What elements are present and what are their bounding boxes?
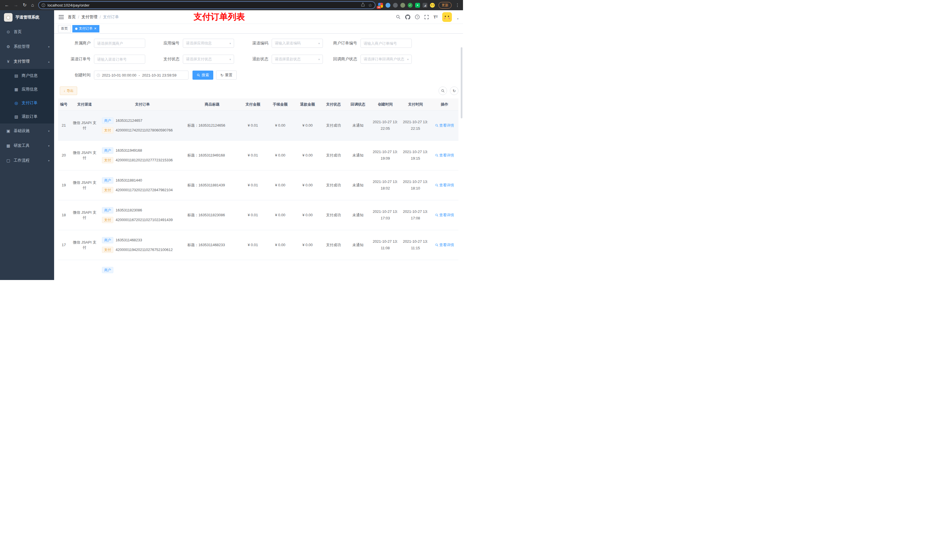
app-logo[interactable]: 芋道管理系统 (0, 10, 54, 24)
view-detail-link[interactable]: 查看详情 (435, 153, 454, 158)
pay-time-cell: 2021-10-27 13:11:15 (400, 230, 431, 260)
extension-gray-icon[interactable] (393, 3, 398, 8)
hamburger-icon[interactable] (59, 15, 64, 19)
extension-green-square-icon[interactable]: ● (415, 3, 420, 8)
table-header-row: 编号支付渠道支付订单商品标题支付金额手续金额退款金额支付状态回调状态创建时间支付… (58, 98, 458, 110)
app-header: 首页 / 支付管理 / 支付订单 支付订单列表 ? (54, 10, 463, 24)
view-detail-link[interactable]: 查看详情 (435, 183, 454, 188)
chevron-down-icon[interactable]: ▾ (457, 17, 458, 22)
scrollbar[interactable] (461, 47, 462, 118)
bookmark-star-icon[interactable]: ☆ (368, 3, 372, 8)
search-button[interactable]: 搜索 (192, 71, 213, 80)
share-icon[interactable] (361, 3, 365, 8)
sidebar-item-devtools[interactable]: ▩ 研发工具 ▾ (0, 138, 54, 153)
toggle-search-button[interactable] (439, 86, 447, 95)
filter-field-merchant: 所属商户 (58, 39, 147, 48)
user-avatar[interactable] (442, 12, 452, 22)
fullscreen-icon[interactable] (424, 15, 429, 20)
chevron-up-icon: ▴ (48, 60, 50, 63)
browser-profile-avatar[interactable] (430, 3, 435, 8)
export-button[interactable]: ↓ 导出 (60, 86, 77, 95)
column-header: 退款金额 (294, 98, 321, 110)
table-row: 17 微信 JSAPI 支付 商户 1635311468233 支付 (58, 230, 458, 260)
sidebar-item-merchant-info[interactable]: ▤ 商户信息 (0, 69, 54, 83)
chevron-down-icon: ▾ (48, 159, 50, 162)
browser-menu-icon[interactable]: ⋮ (455, 3, 460, 8)
create-time-range-picker[interactable]: 2021-10-01 00:00:00 - 2021-10-31 23:59:5… (94, 71, 189, 80)
channel-order-no-input[interactable] (94, 54, 145, 64)
address-bar[interactable]: localhost:1024/pay/order ☆ (38, 2, 375, 9)
pinned-extension-icon[interactable]: ◢ (422, 3, 427, 8)
merchant-input[interactable] (94, 39, 145, 48)
font-size-icon[interactable]: TT (433, 15, 438, 20)
breadcrumb-payment[interactable]: 支付管理 (82, 15, 97, 20)
sidebar-item-app-info[interactable]: ▦ 应用信息 (0, 83, 54, 96)
github-icon[interactable] (405, 15, 410, 20)
breadcrumb-home[interactable]: 首页 (68, 15, 76, 20)
refresh-table-button[interactable]: ↻ (450, 86, 458, 95)
browser-forward-button[interactable]: → (14, 3, 18, 8)
sidebar-item-home[interactable]: ⊙ 首页 (0, 24, 54, 39)
table-row: 21 微信 JSAPI 支付 商户 1635312124657 支付 (58, 110, 458, 140)
table-row: 19 微信 JSAPI 支付 商户 1635311881440 支付 (58, 170, 458, 200)
order-id-cell: 20 (58, 140, 70, 170)
site-info-icon[interactable] (42, 3, 45, 7)
search-icon[interactable] (396, 15, 401, 20)
close-icon[interactable]: ✕ (94, 27, 97, 30)
column-header: 支付渠道 (70, 98, 100, 110)
pay-status-cell: 支付成功 (321, 110, 346, 140)
merchant-order-no: 1635311823086 (116, 208, 142, 212)
sidebar-item-pay-order[interactable]: ◎ 支付订单 (0, 96, 54, 110)
notify-status-select[interactable]: 请选择订单回调商户状态 ▾ (360, 54, 412, 64)
product-title-cell: 标题：1635311881439 (185, 170, 239, 200)
view-detail-link[interactable]: 查看详情 (435, 123, 454, 128)
chevron-down-icon: ▾ (48, 45, 50, 48)
orders-table: 编号支付渠道支付订单商品标题支付金额手续金额退款金额支付状态回调状态创建时间支付… (58, 98, 458, 280)
product-title-cell: 标题：1635311468233 (185, 230, 239, 260)
extension-drop-icon[interactable] (386, 3, 390, 8)
merchant-order-no-input[interactable] (360, 39, 412, 48)
merchant-order-no: 1635312124657 (116, 118, 142, 123)
sidebar-item-system[interactable]: ⚙ 系统管理 ▾ (0, 39, 54, 54)
search-icon (197, 73, 200, 77)
pay-tag: 支付 (102, 247, 113, 253)
reset-button[interactable]: ↻ 重置 (216, 71, 237, 80)
extension-check-icon[interactable]: ✓ (408, 3, 413, 8)
svg-text:?: ? (416, 16, 418, 18)
tab-home[interactable]: 首页 (58, 25, 71, 32)
pay-status-select[interactable]: 请选择支付状态 ▾ (183, 54, 234, 64)
refund-status-select[interactable]: 请选择退款状态 ▾ (272, 54, 323, 64)
sidebar-item-refund-order[interactable]: ▧ 退款订单 (0, 110, 54, 124)
sidebar: 芋道管理系统 ⊙ 首页 ⚙ 系统管理 ▾ ¥ 支付管理 ▴ (0, 10, 54, 280)
channel-pay-no: 4200001181202110277723215336 (116, 158, 173, 162)
payment-submenu: ▤ 商户信息 ▦ 应用信息 ◎ 支付订单 ▧ 退款订单 (0, 69, 54, 124)
tab-pay-order[interactable]: 支付订单 ✕ (72, 25, 99, 32)
fee-amount-cell: ¥ 0.00 (266, 140, 294, 170)
app-id-select[interactable]: 请选择应用信息 ▾ (183, 39, 234, 48)
refresh-icon: ↻ (452, 89, 455, 93)
extension-colorful-icon[interactable]: 10 (378, 3, 383, 8)
view-detail-link[interactable]: 查看详情 (435, 242, 454, 248)
chevron-down-icon: ▾ (318, 58, 320, 61)
chevron-down-icon: ▾ (318, 42, 320, 45)
range-end: 2021-10-31 23:59:59 (142, 73, 177, 77)
refund-amount-cell: ¥ 0.00 (294, 170, 321, 200)
sidebar-item-payment[interactable]: ¥ 支付管理 ▴ (0, 54, 54, 69)
chrome-update-button[interactable]: 更新 (439, 2, 452, 9)
tools-icon: ▩ (6, 143, 11, 148)
browser-home-button[interactable]: ⌂ (31, 3, 34, 8)
extension-olive-icon[interactable] (400, 3, 405, 8)
sidebar-item-infrastructure[interactable]: ▣ 基础设施 ▾ (0, 124, 54, 138)
help-icon[interactable]: ? (415, 15, 420, 20)
gear-icon: ⚙ (6, 44, 11, 49)
browser-back-button[interactable]: ← (5, 3, 9, 8)
channel-code-select[interactable]: 请输入渠道编码 ▾ (272, 39, 323, 48)
view-detail-link[interactable]: 查看详情 (435, 213, 454, 218)
browser-refresh-button[interactable]: ↻ (23, 3, 26, 8)
sidebar-item-workflow[interactable]: ▢ 工作流程 ▾ (0, 153, 54, 168)
notify-status-cell: 未通知 (346, 230, 370, 260)
product-title-cell: 标题：1635312124656 (185, 110, 239, 140)
pay-order-cell: 商户 1635311468233 支付 42000011942021102767… (100, 230, 185, 260)
table-body: 21 微信 JSAPI 支付 商户 1635312124657 支付 (58, 110, 458, 260)
pay-status-cell: 支付成功 (321, 170, 346, 200)
